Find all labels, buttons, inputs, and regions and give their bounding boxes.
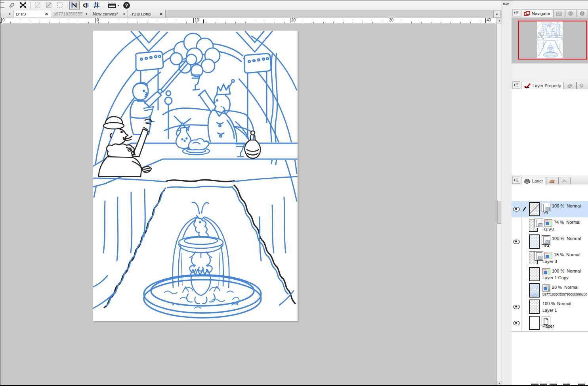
tab-new-canvas[interactable]: New canvas* ●: [90, 10, 128, 17]
eye-icon[interactable]: [513, 240, 520, 244]
layer-name[interactable]: Paper: [542, 324, 554, 328]
clipped-bottom-icon[interactable]: [531, 384, 538, 386]
clipped-bottom-icon[interactable]: [578, 384, 585, 386]
help-icon[interactable]: ?: [121, 1, 132, 10]
layer-row[interactable]: Paper: [512, 315, 588, 332]
layer-row[interactable]: 100 % Normal Layer 1 Copy: [512, 266, 588, 283]
edit-target-cell[interactable]: [521, 299, 528, 315]
snap-to-grid-icon[interactable]: [92, 1, 102, 10]
vertical-scrollbar[interactable]: ▲ ▼: [496, 18, 502, 386]
panel-menu-icon[interactable]: [512, 177, 520, 184]
layer-thumbnail[interactable]: [529, 267, 540, 281]
layer-opacity: 15 %: [554, 252, 564, 257]
visibility-cell[interactable]: [512, 315, 521, 331]
tab-timeline[interactable]: [559, 177, 571, 184]
tab-subview[interactable]: [553, 10, 565, 17]
visibility-cell[interactable]: [512, 266, 521, 282]
blend-marker-icon[interactable]: [7, 1, 17, 10]
tab-layer[interactable]: Layer: [521, 177, 546, 184]
edit-target-cell[interactable]: [521, 266, 528, 282]
tab-purim[interactable]: פורים ✕: [13, 10, 51, 17]
expression-color-icon: [544, 252, 552, 259]
layer-thumbnail[interactable]: [529, 300, 540, 314]
layer-panel-header: Layer: [512, 176, 588, 185]
tab-label: חנוכיה.png: [130, 12, 151, 16]
panel-splitter[interactable]: «»: [502, 0, 512, 386]
layer-name[interactable]: Layer 1: [542, 308, 557, 313]
layer-property-body: [512, 89, 588, 175]
close-icon[interactable]: ✕: [159, 12, 163, 16]
layer-row[interactable]: 100 % Normal ציור: [512, 234, 588, 250]
right-panel: Navigator 31.2 0.0 ↶ ↷: [512, 0, 588, 386]
layer-name[interactable]: b9771835055579668b566cb0: [542, 292, 587, 296]
close-icon[interactable]: ✕: [45, 12, 48, 16]
canvas-area[interactable]: [0, 23, 496, 386]
tab-item-bank[interactable]: [577, 10, 588, 17]
layer-mode: Normal: [566, 252, 580, 257]
clipped-bottom-icon[interactable]: [550, 384, 557, 386]
unsaved-dot-icon: ●: [86, 12, 88, 16]
ruler-label: 10: [193, 18, 199, 23]
tab-partial[interactable]: ●: [0, 10, 13, 17]
layer-name[interactable]: ציור: [542, 243, 550, 248]
eye-icon[interactable]: [513, 305, 520, 309]
layer-thumbnail[interactable]: [529, 316, 540, 330]
layer-thumbnail[interactable]: [529, 202, 540, 216]
visibility-cell[interactable]: [512, 250, 521, 266]
panel-menu-icon[interactable]: [512, 9, 520, 16]
tab-navigator[interactable]: Navigator: [521, 10, 553, 17]
collapse-panels-icon[interactable]: «»: [503, 0, 509, 6]
tab-overflow-button[interactable]: ▼: [493, 11, 500, 18]
visibility-cell[interactable]: [512, 201, 521, 217]
snap-to-special-ruler-icon[interactable]: [80, 1, 91, 10]
clipped-tool-icon[interactable]: [0, 1, 6, 10]
disabled-transform-icon[interactable]: [32, 1, 43, 10]
panel-menu-icon[interactable]: [512, 81, 520, 88]
tab-animation[interactable]: [564, 82, 577, 89]
visibility-cell[interactable]: [512, 217, 521, 234]
tab-layer-property[interactable]: Layer Property: [521, 82, 564, 89]
layer-row[interactable]: 28 % Normal b9771835055579668b566cb0: [512, 282, 588, 299]
tab-layer-search[interactable]: [546, 177, 559, 184]
edit-target-cell[interactable]: [521, 282, 528, 299]
layer-row[interactable]: 100 % Normal Layer 1: [512, 299, 588, 315]
layers-icon: [524, 179, 531, 184]
scrollbar-thumb[interactable]: [497, 201, 501, 224]
visibility-cell[interactable]: [512, 299, 521, 315]
layer-thumbnail[interactable]: [529, 283, 540, 298]
clipped-bottom-icon[interactable]: [563, 384, 570, 386]
disabled-selection-icon[interactable]: [55, 1, 65, 10]
layer-name[interactable]: Layer 1 Copy: [542, 275, 568, 280]
visibility-cell[interactable]: [512, 234, 521, 250]
clipped-bottom-icon[interactable]: [540, 384, 547, 386]
layer-thumbnail[interactable]: [529, 234, 540, 249]
disabled-skew-icon[interactable]: [44, 1, 54, 10]
edit-target-cell[interactable]: [521, 250, 528, 266]
layer-row[interactable]: 74 % Normal סקיצה: [512, 217, 588, 234]
eye-icon[interactable]: [513, 321, 520, 325]
layer-name[interactable]: Layer 3: [542, 259, 557, 264]
canvas-page[interactable]: [93, 31, 298, 321]
layer-name[interactable]: ציר: [542, 210, 548, 215]
information-icon: [568, 11, 573, 16]
edit-target-cell[interactable]: [521, 234, 528, 250]
transform-icon[interactable]: [18, 1, 28, 10]
workspace-icon[interactable]: [106, 1, 120, 10]
snap-to-ruler-icon[interactable]: [69, 1, 80, 10]
layer-mode: Normal: [564, 285, 578, 290]
edit-target-cell[interactable]: [521, 315, 528, 331]
visibility-cell[interactable]: [512, 282, 521, 299]
navigator-preview[interactable]: [512, 18, 588, 63]
layer-row[interactable]: 100 % Normal ציר: [512, 201, 588, 218]
tab-chanukia[interactable]: חנוכיה.png ✕: [128, 10, 166, 17]
edit-target-cell[interactable]: [521, 201, 528, 217]
layer-row[interactable]: 15 % Normal Layer 3: [512, 250, 588, 267]
tab-information[interactable]: [565, 10, 577, 17]
eye-icon[interactable]: [513, 207, 520, 211]
layer-badge-icon: [535, 251, 543, 261]
layer-name[interactable]: סקיצה: [542, 227, 554, 231]
tab-b977[interactable]: b977183505557 ●: [51, 10, 90, 17]
tab-effect[interactable]: [577, 82, 588, 89]
timeline-icon: [561, 179, 567, 183]
edit-target-cell[interactable]: [521, 217, 528, 234]
